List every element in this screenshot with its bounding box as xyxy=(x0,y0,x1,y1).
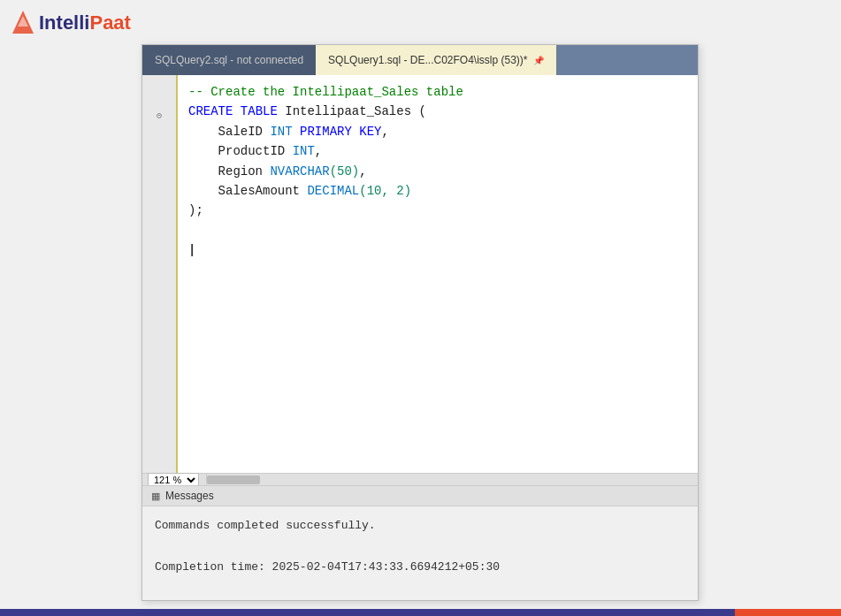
table-name: Intellipaat_Sales xyxy=(285,102,411,121)
code-line-comment: -- Create the Intellipaat_Sales table xyxy=(188,82,687,102)
comma3: , xyxy=(359,162,366,181)
bottom-bar-blue xyxy=(0,609,735,616)
tab-sqlquery1-label: SQLQuery1.sql - DE...C02FO4\isslp (53))* xyxy=(328,54,527,66)
messages-panel: ▦ Messages Commands completed successful… xyxy=(142,485,698,600)
message-line3: Completion time: 2025-02-04T17:43:33.669… xyxy=(155,557,685,577)
message-line2 xyxy=(155,536,685,556)
messages-tab[interactable]: ▦ Messages xyxy=(142,486,698,506)
bottom-bar xyxy=(0,609,841,616)
code-line-create: CREATE TABLE Intellipaat_Sales ( xyxy=(188,102,687,121)
messages-tab-label: Messages xyxy=(165,490,214,502)
code-line-productid: ProductID INT , xyxy=(188,141,687,161)
code-line-salesamount: SalesAmount DECIMAL (10, 2) xyxy=(188,181,687,201)
scroll-thumb[interactable] xyxy=(207,475,260,484)
code-line-cursor[interactable] xyxy=(188,240,687,260)
col-salesamount: SalesAmount xyxy=(218,181,300,201)
comment-text: -- Create the Intellipaat_Sales table xyxy=(188,82,463,102)
type-decimal: DECIMAL xyxy=(307,181,359,201)
kw-table: TABLE xyxy=(241,102,278,121)
message-line1: Commands completed successfully. xyxy=(155,515,685,536)
logo-intelli: Intelli xyxy=(39,11,89,34)
tab-sqlquery2[interactable]: SQLQuery2.sql - not connected xyxy=(142,45,316,75)
tab-sqlquery1[interactable]: SQLQuery1.sql - DE...C02FO4\isslp (53))*… xyxy=(316,45,555,75)
col-saleid: SaleID xyxy=(218,122,263,141)
editor-area: ⊝ -- Create the Intellipaat_Sales table … xyxy=(142,75,698,473)
tab-bar: SQLQuery2.sql - not connected SQLQuery1.… xyxy=(142,45,698,75)
editor-scrollbar: 100 % 110 % 121 % 130 % 150 % xyxy=(142,473,698,485)
intellipaat-logo-icon xyxy=(9,9,37,37)
tab-pin-icon: 📌 xyxy=(533,56,544,65)
zoom-control[interactable]: 100 % 110 % 121 % 130 % 150 % xyxy=(142,474,207,485)
collapse-indicator[interactable]: ⊝ xyxy=(142,109,176,123)
code-line-empty1 xyxy=(188,221,687,240)
code-editor[interactable]: -- Create the Intellipaat_Sales table CR… xyxy=(178,75,698,473)
decimal-param: (10, 2) xyxy=(359,181,411,201)
comma1: , xyxy=(381,122,388,141)
line-gutter: ⊝ xyxy=(142,75,178,473)
logo: IntelliPaat xyxy=(9,9,131,37)
type-int2: INT xyxy=(293,141,315,161)
kw-create: CREATE xyxy=(188,102,233,121)
type-int1: INT xyxy=(270,122,292,141)
kw-primary-key: PRIMARY KEY xyxy=(300,122,381,141)
tab-sqlquery2-label: SQLQuery2.sql - not connected xyxy=(155,54,303,66)
nvarchar-param: (50) xyxy=(330,162,360,181)
bottom-bar-red xyxy=(735,609,841,616)
messages-icon: ▦ xyxy=(151,491,160,502)
code-line-saleid: SaleID INT PRIMARY KEY , xyxy=(188,122,687,141)
col-region: Region xyxy=(218,162,263,181)
open-paren: ( xyxy=(418,102,425,121)
messages-content: Commands completed successfully. Complet… xyxy=(142,506,698,586)
type-nvarchar: NVARCHAR xyxy=(270,162,329,181)
comma2: , xyxy=(315,141,322,161)
col-productid: ProductID xyxy=(218,141,286,161)
horizontal-scrollbar[interactable] xyxy=(207,474,698,485)
logo-paat: Paat xyxy=(89,11,130,34)
code-line-close: ); xyxy=(188,201,687,220)
close-paren-semi: ); xyxy=(188,201,203,220)
editor-container: SQLQuery2.sql - not connected SQLQuery1.… xyxy=(141,44,699,601)
code-line-region: Region NVARCHAR (50) , xyxy=(188,162,687,181)
